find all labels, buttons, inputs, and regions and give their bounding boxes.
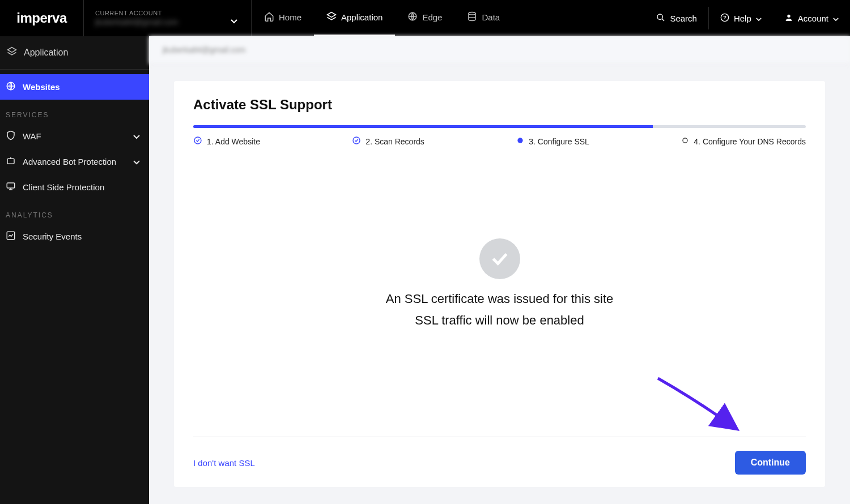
sidebar-item-label: Security Events — [23, 232, 82, 241]
brand-logo: imperva — [0, 0, 84, 36]
help-menu[interactable]: ? Help — [709, 0, 773, 36]
layers-icon — [326, 11, 337, 23]
sidebar-header[interactable]: Application — [0, 36, 149, 70]
account-menu[interactable]: Account — [773, 0, 850, 36]
sidebar-header-label: Application — [24, 48, 68, 58]
shield-icon — [6, 130, 16, 142]
chevron-down-icon — [133, 131, 140, 141]
success-check-icon — [479, 238, 520, 279]
search-icon — [656, 13, 665, 24]
caret-down-icon — [833, 14, 839, 23]
svg-rect-7 — [7, 159, 14, 164]
svg-text:?: ? — [723, 15, 726, 20]
tab-edge-label: Edge — [422, 12, 442, 22]
status-line-2: SSL traffic will now be enabled — [415, 313, 584, 328]
panel-footer: I don't want SSL Continue — [193, 437, 806, 475]
content: jkuberka84@gmail.com Activate SSL Suppor… — [149, 36, 850, 504]
chart-icon — [6, 230, 16, 242]
svg-point-5 — [787, 14, 790, 17]
sidebar-section-services: SERVICES — [0, 100, 149, 123]
status-message: An SSL certificate was issued for this s… — [193, 130, 806, 437]
globe-icon — [6, 81, 16, 93]
sidebar-item-waf[interactable]: WAF — [0, 123, 149, 149]
sidebar-item-label: Websites — [23, 82, 60, 92]
help-label: Help — [734, 14, 751, 23]
sidebar-section-analytics: ANALYTICS — [0, 200, 149, 224]
skip-ssl-link[interactable]: I don't want SSL — [193, 458, 255, 468]
search-label: Search — [670, 14, 697, 23]
svg-point-2 — [657, 14, 662, 19]
account-selector-email: jkuberka84@gmail.com — [95, 18, 240, 27]
chevron-down-icon — [133, 157, 140, 166]
layers-icon — [7, 46, 17, 59]
monitor-icon — [6, 181, 16, 193]
brand-text: imperva — [16, 10, 67, 26]
account-label: Account — [798, 14, 828, 23]
sidebar-item-label: Client Side Protection — [23, 182, 104, 192]
svg-point-1 — [469, 12, 475, 15]
sidebar-item-bot-protection[interactable]: Advanced Bot Protection — [0, 149, 149, 174]
page-title: Activate SSL Support — [193, 97, 806, 113]
tab-application-label: Application — [341, 12, 382, 22]
search-button[interactable]: Search — [645, 0, 708, 36]
account-selector[interactable]: CURRENT ACCOUNT jkuberka84@gmail.com — [84, 0, 252, 36]
globe-icon — [407, 11, 418, 23]
top-navbar: imperva CURRENT ACCOUNT jkuberka84@gmail… — [0, 0, 850, 36]
sidebar-item-label: WAF — [23, 131, 41, 141]
main-panel: Activate SSL Support 1. Add Website — [174, 81, 825, 487]
svg-rect-8 — [7, 183, 15, 188]
account-selector-label: CURRENT ACCOUNT — [95, 10, 240, 16]
caret-down-icon — [231, 16, 237, 26]
progress-fill — [193, 125, 653, 128]
sidebar-item-label: Advanced Bot Protection — [23, 157, 116, 166]
sidebar: Application Websites SERVICES WAF Advanc… — [0, 36, 149, 504]
progress-bar — [193, 125, 806, 128]
tab-home-label: Home — [279, 12, 301, 22]
help-icon: ? — [720, 13, 729, 24]
home-icon — [264, 11, 274, 23]
tab-data-label: Data — [482, 12, 500, 22]
breadcrumb: jkuberka84@gmail.com — [149, 36, 850, 64]
tab-data[interactable]: Data — [454, 0, 512, 36]
main-tabs: Home Application Edge Data — [252, 0, 645, 36]
status-line-1: An SSL certificate was issued for this s… — [386, 292, 613, 306]
continue-button[interactable]: Continue — [735, 451, 806, 475]
tab-home[interactable]: Home — [252, 0, 314, 36]
database-icon — [467, 11, 477, 23]
sidebar-item-websites[interactable]: Websites — [0, 74, 149, 100]
right-tools: Search ? Help Account — [645, 0, 850, 36]
bot-icon — [6, 156, 16, 168]
sidebar-item-security-events[interactable]: Security Events — [0, 224, 149, 249]
tab-edge[interactable]: Edge — [395, 0, 454, 36]
user-icon — [784, 13, 793, 24]
caret-down-icon — [756, 14, 762, 23]
sidebar-item-client-side[interactable]: Client Side Protection — [0, 174, 149, 200]
tab-application[interactable]: Application — [314, 0, 395, 36]
